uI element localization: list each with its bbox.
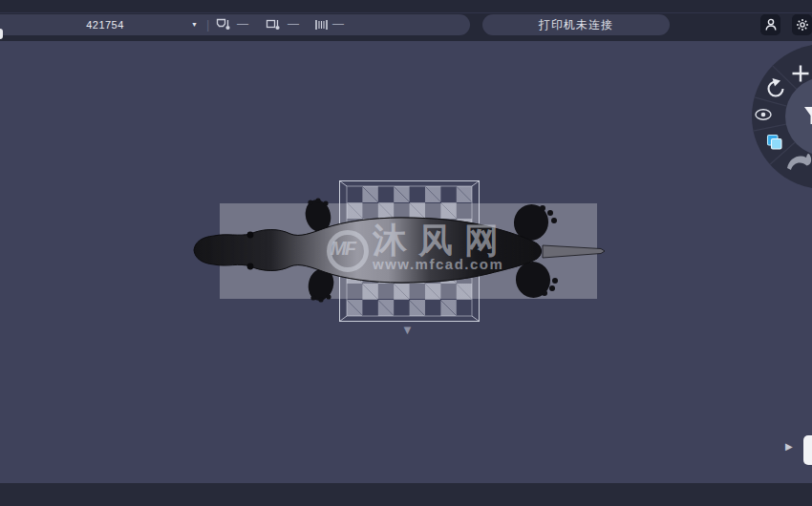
user-account-button[interactable]	[760, 14, 780, 35]
settings-button[interactable]	[792, 14, 812, 35]
nozzle-temp-value: —	[237, 14, 248, 35]
printer-status-button[interactable]: 打印机未连接	[482, 14, 670, 35]
side-panel-handle[interactable]	[803, 435, 812, 465]
left-edge-sliver	[0, 29, 3, 39]
user-icon	[765, 18, 777, 32]
model-dropdown[interactable]: 421754	[29, 14, 182, 35]
bed-temp-icon	[266, 18, 281, 32]
plate-nav-down-arrow[interactable]: ▼	[401, 323, 414, 337]
material-icon	[314, 18, 329, 32]
app-window: MF 沐风网 www.mfcad.com ▼	[0, 0, 812, 506]
nozzle-temp-icon	[216, 18, 231, 32]
side-panel-arrow[interactable]: ▶	[785, 441, 793, 452]
material-value: —	[332, 14, 344, 35]
pill-separator: |	[206, 17, 209, 32]
dropdown-caret-icon[interactable]: ▼	[191, 14, 198, 35]
bottom-bar	[0, 483, 812, 506]
model-crocodile[interactable]	[191, 197, 608, 304]
printer-info-pill: 421754 ▼ | — — —	[0, 14, 470, 35]
printer-status-text: 打印机未连接	[539, 17, 613, 33]
bed-temp-value: —	[288, 14, 299, 35]
gear-icon	[796, 18, 809, 32]
toolbar-divider	[0, 12, 812, 13]
tool-wheel	[748, 40, 812, 193]
top-toolbar: 421754 ▼ | — — — 打印机未连接	[0, 0, 812, 41]
